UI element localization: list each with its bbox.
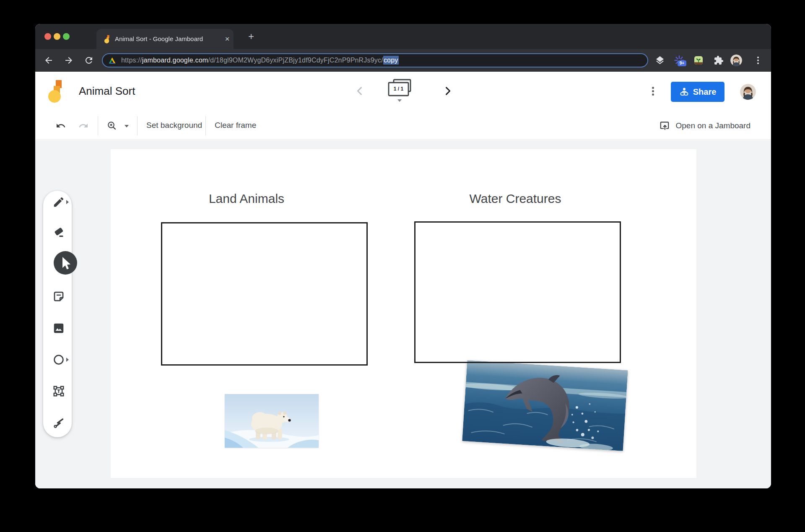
zoom-in-icon[interactable] bbox=[107, 121, 117, 131]
divider bbox=[137, 116, 138, 135]
open-on-jamboard-label: Open on a Jamboard bbox=[675, 121, 750, 130]
frame-indicator: 1 / 1 bbox=[389, 83, 408, 96]
pen-tool-icon[interactable] bbox=[52, 196, 65, 208]
tool-palette bbox=[43, 191, 72, 437]
share-person-link-icon bbox=[679, 87, 689, 97]
redo-icon[interactable] bbox=[78, 121, 88, 131]
macos-fullscreen-button[interactable] bbox=[63, 33, 70, 40]
undo-icon[interactable] bbox=[56, 121, 66, 131]
account-avatar[interactable] bbox=[740, 84, 756, 100]
frame-selector[interactable]: 1 / 1 bbox=[387, 78, 412, 98]
url-selected-segment: copy bbox=[383, 56, 399, 65]
back-icon[interactable] bbox=[44, 55, 54, 65]
category-heading-land[interactable]: Land Animals bbox=[171, 192, 322, 206]
share-button[interactable]: Share bbox=[671, 82, 724, 102]
browser-window: Animal Sort - Google Jamboard × + https:… bbox=[35, 24, 771, 488]
url-scheme: https:// bbox=[121, 57, 142, 64]
sunburst-extension-icon[interactable]: 9+ bbox=[674, 55, 684, 65]
polar-bear-image[interactable] bbox=[225, 394, 319, 448]
previous-frame-icon[interactable] bbox=[354, 85, 366, 97]
browser-toolbar: https://jamboard.google.com/d/18gl9OM2Wy… bbox=[35, 49, 771, 72]
land-animals-box[interactable] bbox=[161, 222, 368, 366]
jamboard-menu-kebab-icon[interactable] bbox=[648, 86, 657, 98]
url-host: jamboard.google.com bbox=[142, 57, 208, 64]
shape-submenu-caret-icon bbox=[66, 358, 69, 362]
clear-frame-button[interactable]: Clear frame bbox=[215, 121, 256, 130]
sprout-extension-icon[interactable] bbox=[693, 55, 704, 65]
extension-badge: 9+ bbox=[678, 60, 686, 66]
shape-tool-icon[interactable] bbox=[52, 353, 65, 366]
document-title[interactable]: Animal Sort bbox=[79, 85, 135, 98]
select-cursor-icon bbox=[62, 257, 70, 269]
macos-close-button[interactable] bbox=[44, 33, 51, 40]
divider bbox=[205, 116, 206, 135]
dolphin-image[interactable] bbox=[462, 360, 628, 451]
open-on-jamboard-icon bbox=[659, 120, 670, 131]
water-creatures-box[interactable] bbox=[414, 221, 621, 363]
new-tab-button[interactable]: + bbox=[245, 31, 257, 43]
open-on-jamboard-button[interactable]: Open on a Jamboard bbox=[659, 112, 750, 140]
frame-action-bar: Set background Clear frame Open on a Jam… bbox=[35, 112, 771, 140]
url-omnibox[interactable]: https://jamboard.google.com/d/18gl9OM2Wy… bbox=[102, 53, 648, 67]
set-background-button[interactable]: Set background bbox=[146, 121, 202, 130]
jamboard-frame-canvas[interactable]: Land Animals Water Creatures bbox=[111, 149, 696, 478]
next-frame-icon[interactable] bbox=[442, 85, 454, 97]
workspace: Land Animals Water Creatures bbox=[35, 140, 771, 488]
jamboard-favicon-icon bbox=[104, 35, 112, 44]
tab-title: Animal Sort - Google Jamboard bbox=[115, 29, 220, 49]
eraser-tool-icon[interactable] bbox=[52, 226, 65, 238]
frame-navigation: 1 / 1 bbox=[354, 78, 454, 107]
share-label: Share bbox=[693, 87, 717, 97]
browser-menu-kebab-icon[interactable] bbox=[753, 55, 763, 65]
layers-extension-icon[interactable] bbox=[655, 55, 665, 65]
zoom-caret-icon[interactable] bbox=[125, 125, 129, 127]
url-path: /d/18gl9OM2WygD6yxiPjZBjy1df9CdyFjC2nP9P… bbox=[208, 57, 383, 64]
divider bbox=[98, 116, 98, 135]
pen-submenu-caret-icon bbox=[66, 200, 69, 204]
tab-strip: Animal Sort - Google Jamboard × + bbox=[35, 24, 771, 49]
select-tool-active-background[interactable] bbox=[54, 251, 77, 275]
text-box-tool-icon[interactable] bbox=[52, 385, 65, 397]
image-tool-icon[interactable] bbox=[52, 322, 65, 335]
macos-minimize-button[interactable] bbox=[54, 33, 60, 40]
forward-icon[interactable] bbox=[64, 55, 74, 65]
sticky-note-tool-icon[interactable] bbox=[52, 290, 65, 303]
url-text[interactable]: https://jamboard.google.com/d/18gl9OM2Wy… bbox=[121, 57, 399, 64]
browser-profile-avatar[interactable] bbox=[730, 54, 742, 66]
jamboard-logo[interactable] bbox=[48, 79, 64, 104]
extensions-puzzle-icon[interactable] bbox=[714, 55, 724, 65]
jamboard-header: Animal Sort 1 / 1 bbox=[35, 72, 771, 112]
reload-icon[interactable] bbox=[84, 55, 94, 65]
category-heading-water[interactable]: Water Creatures bbox=[440, 192, 591, 206]
frame-caret-icon bbox=[397, 99, 402, 102]
google-drive-icon bbox=[108, 57, 116, 64]
tab-close-icon[interactable]: × bbox=[222, 34, 232, 44]
laser-tool-icon[interactable] bbox=[52, 416, 65, 429]
browser-tab[interactable]: Animal Sort - Google Jamboard × bbox=[96, 29, 234, 49]
